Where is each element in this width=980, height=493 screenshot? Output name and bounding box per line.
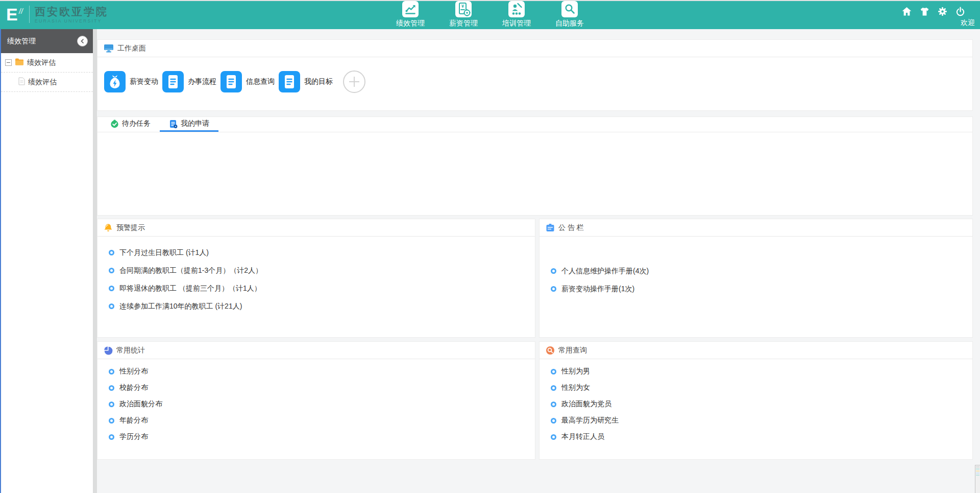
tree-leaf-performance-review[interactable]: 绩效评估	[1, 73, 93, 92]
query-item-text: 本月转正人员	[561, 432, 604, 441]
stats-item-text: 学历分布	[119, 432, 148, 441]
alert-bell-icon	[104, 223, 113, 232]
tab-todo-tasks[interactable]: 待办任务	[101, 117, 160, 132]
bulletin-header: 公 告 栏	[540, 219, 972, 237]
sidebar-collapse-button[interactable]	[77, 36, 88, 46]
sidebar: 绩效管理 绩效评估 绩效评估	[0, 29, 93, 493]
nav-item-self-service[interactable]: 自助服务	[555, 1, 584, 29]
bulletin-list: 个人信息维护操作手册(4次) 薪资变动操作手册(1次)	[540, 237, 972, 298]
nav-item-performance[interactable]: 绩效管理	[396, 1, 425, 29]
bullet-ring-icon	[109, 268, 114, 273]
nav-label: 绩效管理	[396, 19, 425, 28]
alert-item-text: 合同期满的教职工（提前1-3个月）（计2人）	[119, 266, 262, 275]
nav-item-salary[interactable]: ¥ 薪资管理	[449, 1, 478, 29]
logo-divider	[29, 6, 30, 23]
salary-doc-gear-icon: ¥	[455, 1, 472, 18]
shortcut-row: 薪资变动 办事流程	[97, 57, 972, 93]
tab-label: 我的申请	[181, 119, 209, 128]
query-item-text: 性别为女	[561, 383, 590, 392]
bulletin-list-item[interactable]: 个人信息维护操作手册(4次)	[540, 262, 972, 280]
brand-subtitle: EURASIA UNIVERSITY	[35, 18, 108, 24]
add-shortcut-button[interactable]	[343, 71, 365, 93]
stats-list-item[interactable]: 性别分布	[97, 363, 535, 380]
query-list-item[interactable]: 性别为男	[540, 363, 972, 380]
shortcut-work-process[interactable]: 办事流程	[162, 71, 220, 92]
monitor-icon	[104, 44, 114, 53]
nav-label: 薪资管理	[449, 19, 478, 28]
nav-item-training[interactable]: 培训管理	[502, 1, 531, 29]
alert-list-item[interactable]: 连续参加工作满10年的教职工 (计21人)	[97, 297, 535, 315]
performance-chart-icon	[402, 1, 419, 18]
alert-list-item[interactable]: 下个月过生日教职工 (计1人)	[97, 244, 535, 262]
shortcut-label: 办事流程	[188, 77, 216, 86]
theme-shirt-icon[interactable]	[919, 6, 930, 17]
shortcut-info-query[interactable]: 信息查询	[220, 71, 279, 92]
tab-label: 待办任务	[122, 119, 151, 128]
folder-icon	[15, 58, 24, 67]
settings-gear-icon[interactable]	[937, 6, 948, 17]
training-teacher-icon	[508, 1, 525, 18]
document-icon	[279, 71, 300, 92]
welcome-link[interactable]: 欢迎	[961, 18, 975, 28]
document-icon	[220, 71, 242, 92]
panel-work-desktop: 工作桌面 薪资变动	[97, 39, 973, 111]
bullet-ring-icon	[109, 385, 114, 391]
brand-letter: E	[6, 4, 18, 25]
stats-item-text: 年龄分布	[119, 416, 148, 425]
queries-header: 常用查询	[540, 342, 972, 359]
bulletin-list-item[interactable]: 薪资变动操作手册(1次)	[540, 280, 972, 298]
work-desktop-header: 工作桌面	[97, 40, 972, 57]
tree-node-label: 绩效评估	[27, 58, 56, 67]
query-item-text: 性别为男	[561, 367, 590, 376]
bullet-ring-icon	[109, 303, 114, 309]
stats-list-item[interactable]: 政治面貌分布	[97, 396, 535, 412]
main-nav: 绩效管理 ¥ 薪资管理	[396, 1, 584, 29]
query-list-item[interactable]: 本月转正人员	[540, 429, 972, 445]
page-scrollbar[interactable]	[975, 465, 980, 493]
home-icon[interactable]	[901, 6, 912, 17]
alert-item-text: 即将退休的教职工 （提前三个月）（计1人）	[119, 284, 261, 293]
query-item-text: 最高学历为研究生	[561, 416, 619, 425]
alert-list-item[interactable]: 即将退休的教职工 （提前三个月）（计1人）	[97, 279, 535, 297]
shortcut-label: 我的目标	[304, 77, 333, 86]
stats-list-item[interactable]: 校龄分布	[97, 380, 535, 396]
application-doc-icon	[169, 120, 178, 128]
shortcut-my-goals[interactable]: 我的目标	[279, 71, 337, 92]
bullet-ring-icon	[551, 369, 556, 374]
panel-common-queries: 常用查询 性别为男 性别为女	[539, 341, 973, 460]
stats-list-item[interactable]: 年龄分布	[97, 412, 535, 429]
money-bag-icon	[104, 71, 126, 92]
power-logout-icon[interactable]	[955, 6, 966, 17]
brand-title: 西安欧亚学院	[35, 6, 108, 18]
stats-header: 常用统计	[97, 342, 535, 359]
bullet-ring-icon	[109, 250, 114, 255]
bullet-ring-icon	[109, 286, 114, 291]
tab-my-applications[interactable]: 我的申请	[160, 117, 218, 132]
bullet-ring-icon	[551, 434, 556, 440]
panel-title: 常用统计	[116, 346, 145, 355]
tree-collapse-icon[interactable]	[5, 59, 12, 66]
app-header: E // 西安欧亚学院 EURASIA UNIVERSITY 绩效管理	[0, 1, 980, 29]
tree-node-performance-review[interactable]: 绩效评估	[1, 53, 93, 73]
query-list-item[interactable]: 性别为女	[540, 380, 972, 396]
stats-list: 性别分布 校龄分布 政治面貌分布	[97, 359, 535, 445]
bullet-ring-icon	[109, 418, 114, 424]
query-list-item[interactable]: 最高学历为研究生	[540, 412, 972, 429]
query-item-text: 政治面貌为党员	[561, 400, 611, 409]
stats-list-item[interactable]: 学历分布	[97, 429, 535, 445]
brand-logo: E // 西安欧亚学院 EURASIA UNIVERSITY	[6, 4, 108, 25]
bullet-ring-icon	[109, 402, 114, 407]
document-icon	[162, 71, 184, 92]
sidebar-title: 绩效管理	[7, 37, 36, 46]
bullet-ring-icon	[551, 402, 556, 407]
sidebar-header: 绩效管理	[1, 29, 93, 53]
shortcut-salary-change[interactable]: 薪资变动	[104, 71, 162, 92]
panel-title: 公 告 栏	[558, 223, 584, 232]
alert-list-item[interactable]: 合同期满的教职工（提前1-3个月）（计2人）	[97, 262, 535, 279]
header-actions	[901, 6, 966, 17]
sidebar-gutter	[93, 29, 97, 493]
query-list-item[interactable]: 政治面貌为党员	[540, 396, 972, 412]
tree-leaf-label: 绩效评估	[28, 78, 57, 87]
stats-item-text: 校龄分布	[119, 383, 148, 392]
document-page-icon	[18, 77, 25, 87]
